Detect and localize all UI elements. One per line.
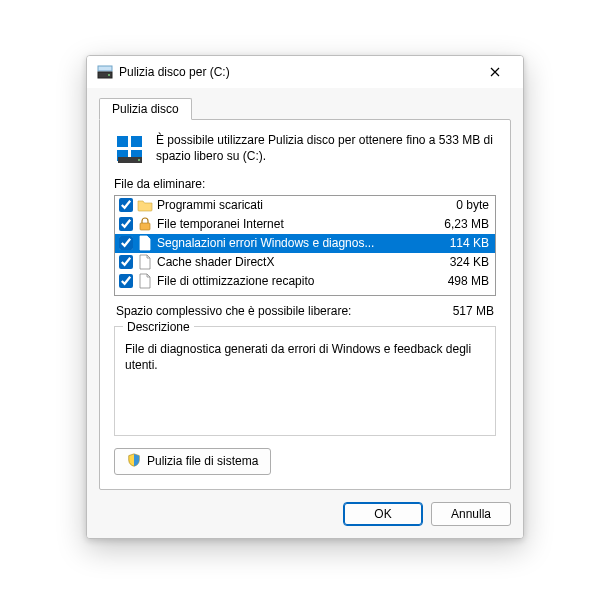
file-checkbox[interactable] xyxy=(119,217,133,231)
file-checkbox[interactable] xyxy=(119,255,133,269)
file-size: 114 KB xyxy=(431,236,491,250)
file-size: 324 KB xyxy=(431,255,491,269)
file-size: 0 byte xyxy=(431,198,491,212)
dialog-body: Pulizia disco È possibile utilizzare Pul… xyxy=(87,88,523,538)
file-row[interactable]: Cache shader DirectX324 KB xyxy=(115,253,495,272)
file-icon xyxy=(137,254,153,270)
svg-point-2 xyxy=(108,74,110,76)
file-row[interactable]: File di ottimizzazione recapito498 MB xyxy=(115,272,495,291)
tab-strip: Pulizia disco xyxy=(99,96,511,120)
file-list[interactable]: Programmi scaricati0 byteFile temporanei… xyxy=(114,195,496,296)
description-text: File di diagnostica generati da errori d… xyxy=(125,341,485,375)
svg-rect-4 xyxy=(131,136,142,147)
cleanup-icon xyxy=(114,132,146,167)
file-name: Cache shader DirectX xyxy=(157,255,427,269)
svg-rect-9 xyxy=(140,223,150,230)
file-size: 498 MB xyxy=(431,274,491,288)
cancel-button-label: Annulla xyxy=(451,507,491,521)
dialog-footer: OK Annulla xyxy=(99,502,511,526)
file-row[interactable]: Segnalazioni errori Windows e diagnos...… xyxy=(115,234,495,253)
description-group: Descrizione File di diagnostica generati… xyxy=(114,326,496,436)
tab-panel: È possibile utilizzare Pulizia disco per… xyxy=(99,119,511,490)
description-legend: Descrizione xyxy=(123,319,194,336)
file-size: 6,23 MB xyxy=(431,217,491,231)
files-to-delete-label: File da eliminare: xyxy=(114,177,496,191)
close-button[interactable] xyxy=(475,58,515,86)
clean-system-files-label: Pulizia file di sistema xyxy=(147,454,258,468)
file-name: Segnalazioni errori Windows e diagnos... xyxy=(157,236,427,250)
svg-rect-3 xyxy=(117,136,128,147)
window-title: Pulizia disco per (C:) xyxy=(119,65,475,79)
close-icon xyxy=(490,67,500,77)
file-icon xyxy=(137,273,153,289)
cancel-button[interactable]: Annulla xyxy=(431,502,511,526)
file-row[interactable]: Programmi scaricati0 byte xyxy=(115,196,495,215)
folder-icon xyxy=(137,197,153,213)
file-checkbox[interactable] xyxy=(119,274,133,288)
titlebar[interactable]: Pulizia disco per (C:) xyxy=(87,56,523,88)
clean-system-files-button[interactable]: Pulizia file di sistema xyxy=(114,448,271,475)
file-name: File temporanei Internet xyxy=(157,217,427,231)
svg-point-8 xyxy=(138,159,140,161)
file-sel-icon xyxy=(137,235,153,251)
shield-icon xyxy=(127,453,141,470)
drive-icon xyxy=(97,64,113,80)
ok-button-label: OK xyxy=(374,507,391,521)
file-checkbox[interactable] xyxy=(119,198,133,212)
file-name: Programmi scaricati xyxy=(157,198,427,212)
intro-text: È possibile utilizzare Pulizia disco per… xyxy=(156,132,496,167)
tab-disk-cleanup[interactable]: Pulizia disco xyxy=(99,98,192,120)
lock-icon xyxy=(137,216,153,232)
total-space-label: Spazio complessivo che è possibile liber… xyxy=(116,304,351,318)
file-row[interactable]: File temporanei Internet6,23 MB xyxy=(115,215,495,234)
file-name: File di ottimizzazione recapito xyxy=(157,274,427,288)
file-checkbox[interactable] xyxy=(119,236,133,250)
disk-cleanup-dialog: Pulizia disco per (C:) Pulizia disco xyxy=(86,55,524,539)
svg-rect-0 xyxy=(98,66,112,71)
total-space-value: 517 MB xyxy=(453,304,494,318)
ok-button[interactable]: OK xyxy=(343,502,423,526)
